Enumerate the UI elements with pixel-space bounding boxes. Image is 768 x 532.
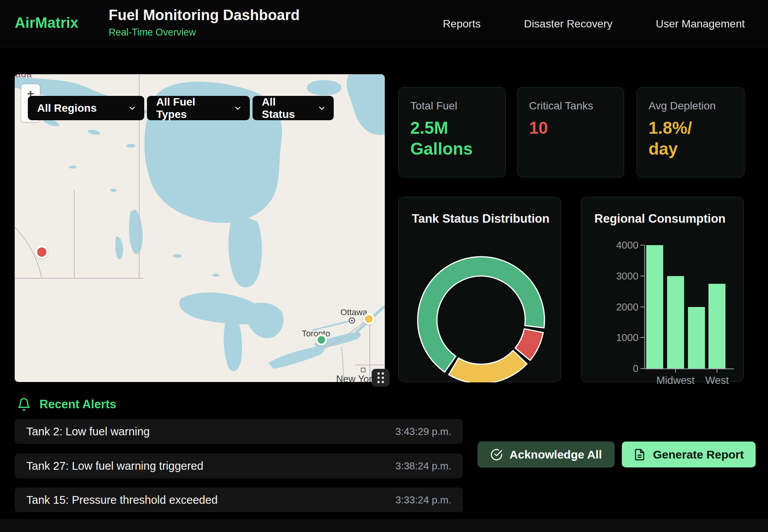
regional-consumption-bar-chart: 01000200030004000MidwestWest: [581, 197, 743, 382]
nav-item-reports[interactable]: Reports: [443, 18, 481, 30]
x-axis-tick-mark: [675, 369, 676, 373]
generate-report-button[interactable]: Generate Report: [622, 442, 756, 467]
y-axis-tick-mark: [640, 276, 644, 276]
x-axis-label-west: West: [705, 375, 729, 387]
generate-report-label: Generate Report: [653, 448, 744, 461]
map-panel: Canada OttawaTorontoNew York + − All Reg…: [15, 74, 385, 382]
tank-status-chart-title: Tank Status Distribution: [412, 212, 550, 226]
stat-label: Total Fuel: [410, 100, 494, 112]
fuel-type-filter-value: All Fuel Types: [156, 96, 226, 121]
alert-message: Tank 2: Low fuel warning: [26, 425, 150, 438]
bell-icon: [17, 397, 31, 411]
alert-row[interactable]: Tank 15: Pressure threshold exceeded3:33…: [15, 488, 463, 512]
donut-segment-critical: [515, 329, 543, 360]
consumption-bar-1: [646, 245, 663, 368]
new-york-city-marker: [361, 368, 365, 372]
alerts-title: Recent Alerts: [39, 397, 116, 411]
alert-time: 3:33:24 p.m.: [395, 494, 451, 506]
y-axis-tick-mark: [640, 307, 644, 307]
app-header: AirMatrix Fuel Monitoring Dashboard Real…: [0, 0, 768, 48]
consumption-bar-4: [708, 284, 725, 368]
alert-time: 3:43:29 p.m.: [395, 426, 451, 438]
alerts-header: Recent Alerts: [17, 397, 116, 411]
city-label-new-york: New York: [336, 373, 377, 382]
alert-message: Tank 15: Pressure threshold exceeded: [26, 494, 218, 506]
window-footer-strip: [0, 519, 768, 532]
y-axis-tick-label: 0: [604, 363, 638, 375]
regional-consumption-card: Regional Consumption 01000200030004000Mi…: [581, 197, 744, 382]
tank-status-card: Tank Status Distribution: [398, 197, 561, 382]
stat-value: 2.5MGallons: [410, 118, 494, 159]
y-axis-tick-mark: [640, 337, 644, 338]
region-filter-value: All Regions: [37, 102, 97, 114]
acknowledge-all-button[interactable]: Acknowledge All: [478, 442, 614, 467]
y-axis-tick-mark: [640, 368, 644, 369]
y-axis-tick-label: 4000: [604, 239, 638, 251]
fuel-type-filter-select[interactable]: All Fuel Types: [147, 96, 250, 120]
alert-time: 3:38:24 p.m.: [395, 460, 451, 472]
map-filter-bar: All RegionsAll Fuel TypesAll Status: [28, 96, 334, 120]
page-subtitle: Real-Time Overview: [109, 27, 300, 38]
stat-value: 1.8%/day: [649, 118, 732, 159]
y-axis-tick-label: 3000: [604, 270, 638, 282]
nav-item-user-management[interactable]: User Management: [656, 18, 745, 30]
x-axis-line: [644, 368, 734, 369]
fuel-monitoring-dashboard: AirMatrix Fuel Monitoring Dashboard Real…: [0, 0, 768, 532]
country-label: Canada: [15, 74, 32, 80]
alert-row[interactable]: Tank 27: Low fuel warning triggered3:38:…: [15, 454, 463, 478]
stat-label: Critical Tanks: [529, 100, 612, 112]
tank-marker-normal[interactable]: [316, 334, 327, 346]
y-axis-tick-label: 2000: [604, 301, 638, 313]
chevron-down-icon: [128, 104, 137, 113]
y-axis-line: [644, 245, 645, 369]
x-axis-label-midwest: Midwest: [656, 375, 695, 387]
check-circle-icon: [490, 448, 503, 461]
consumption-bar-2: [667, 276, 684, 368]
chevron-down-icon: [317, 104, 326, 113]
stat-label: Avg Depletion: [649, 100, 732, 112]
chevron-down-icon: [234, 104, 242, 113]
main-nav: ReportsDisaster RecoveryUser Management: [443, 0, 745, 48]
stat-card-critical-tanks: Critical Tanks10: [517, 87, 624, 177]
city-label-ottawa: Ottawa: [340, 307, 367, 317]
title-block: Fuel Monitoring Dashboard Real-Time Over…: [109, 7, 300, 38]
brand-logo: AirMatrix: [15, 15, 79, 31]
consumption-bar-3: [688, 307, 705, 369]
region-filter-select[interactable]: All Regions: [28, 96, 144, 120]
nav-item-disaster-recovery[interactable]: Disaster Recovery: [524, 18, 613, 30]
x-axis-tick-mark: [717, 369, 717, 373]
page-title: Fuel Monitoring Dashboard: [109, 7, 300, 24]
alert-row[interactable]: Tank 2: Low fuel warning3:43:29 p.m.: [15, 419, 463, 444]
file-text-icon: [633, 448, 646, 461]
stat-card-avg-depletion: Avg Depletion1.8%/day: [637, 87, 744, 177]
status-filter-value: All Status: [262, 96, 310, 121]
y-axis-tick-label: 1000: [604, 332, 638, 344]
donut-segment-warning: [449, 351, 527, 382]
y-axis-tick-mark: [640, 245, 644, 246]
acknowledge-all-label: Acknowledge All: [510, 448, 602, 461]
status-filter-select[interactable]: All Status: [253, 96, 334, 120]
stat-value: 10: [529, 118, 612, 138]
alert-message: Tank 27: Low fuel warning triggered: [26, 460, 203, 472]
map-resize-handle[interactable]: [372, 369, 389, 387]
stat-card-total-fuel: Total Fuel2.5MGallons: [398, 87, 506, 177]
tank-marker-critical[interactable]: [35, 246, 48, 259]
tank-marker-warning[interactable]: [363, 313, 375, 325]
